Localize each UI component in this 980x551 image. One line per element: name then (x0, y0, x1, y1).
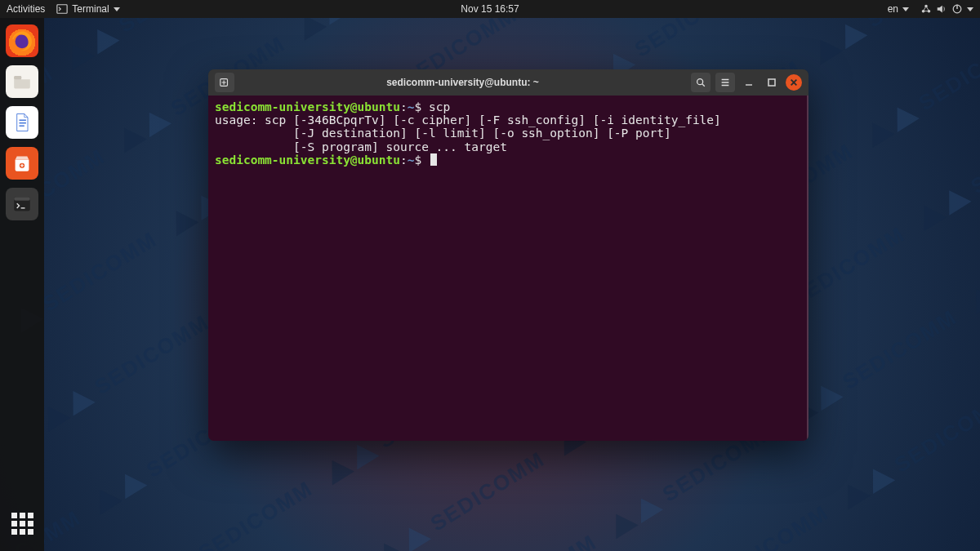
ubuntu-dock (0, 18, 44, 551)
dock-icon-files[interactable] (6, 65, 38, 98)
terminal-titlebar[interactable]: sedicomm-university@ubuntu: ~ (208, 69, 808, 96)
gnome-topbar: Activities Terminal Nov 15 16:57 en (0, 0, 980, 18)
clock-label: Nov 15 16:57 (461, 3, 519, 15)
svg-rect-13 (14, 198, 30, 201)
output-line: usage: scp [-346BCpqrTv] [-c cipher] [-F… (215, 113, 721, 127)
dock-icon-firefox[interactable] (6, 24, 38, 57)
chevron-down-icon (902, 7, 909, 11)
svg-point-16 (697, 79, 703, 85)
chevron-down-icon (967, 7, 973, 11)
minimize-button[interactable] (740, 73, 758, 91)
chevron-down-icon (114, 7, 120, 11)
system-status-area[interactable] (920, 3, 973, 15)
activities-label: Activities (7, 3, 45, 15)
close-button[interactable] (786, 74, 802, 91)
new-tab-icon (219, 77, 230, 88)
prompt-user: sedicomm-university@ubuntu (215, 100, 400, 113)
activities-button[interactable]: Activities (7, 3, 45, 15)
svg-rect-0 (57, 5, 67, 14)
prompt-symbol: $ (414, 100, 421, 113)
minimize-icon (744, 78, 754, 87)
software-icon (11, 152, 33, 175)
search-button[interactable] (691, 73, 710, 92)
dock-icon-terminal[interactable] (6, 188, 38, 220)
document-icon (11, 111, 33, 134)
command-text: scp (421, 100, 450, 113)
prompt-user: sedicomm-university@ubuntu (215, 153, 400, 167)
svg-line-17 (702, 84, 705, 87)
svg-rect-7 (14, 76, 21, 79)
terminal-cursor (430, 153, 437, 166)
power-icon (951, 3, 963, 15)
apps-grid-icon (11, 513, 33, 535)
output-line: [-J destination] [-l limit] [-o ssh_opti… (215, 127, 671, 140)
prompt-colon: : (400, 100, 408, 113)
terminal-icon (11, 193, 33, 216)
terminal-menu-icon (56, 3, 68, 15)
prompt-colon: : (400, 153, 408, 167)
close-icon (790, 78, 798, 87)
terminal-window: sedicomm-university@ubuntu: ~ sedicomm-u… (208, 69, 808, 441)
new-tab-button[interactable] (215, 73, 234, 92)
output-line: [-S program] source ... target (215, 140, 507, 153)
clock[interactable]: Nov 15 16:57 (461, 3, 519, 15)
dock-icon-document[interactable] (6, 106, 38, 139)
prompt-symbol: $ (414, 153, 421, 167)
app-menu[interactable]: Terminal (56, 3, 119, 15)
svg-rect-22 (768, 79, 775, 86)
input-source-menu[interactable]: en (888, 3, 909, 15)
input-source-label: en (888, 3, 898, 15)
firefox-icon (8, 27, 36, 55)
network-icon (920, 3, 932, 15)
show-applications-button[interactable] (6, 507, 38, 540)
volume-icon (936, 3, 947, 15)
hamburger-menu-button[interactable] (715, 73, 735, 92)
files-icon (11, 70, 33, 93)
dock-icon-software[interactable] (6, 147, 38, 180)
terminal-body[interactable]: sedicomm-university@ubuntu:~$ scp usage:… (208, 96, 808, 441)
maximize-button[interactable] (763, 73, 781, 91)
maximize-icon (767, 78, 777, 87)
app-menu-label: Terminal (72, 3, 109, 15)
window-title: sedicomm-university@ubuntu: ~ (239, 77, 686, 88)
search-icon (695, 77, 706, 88)
hamburger-icon (719, 77, 731, 88)
